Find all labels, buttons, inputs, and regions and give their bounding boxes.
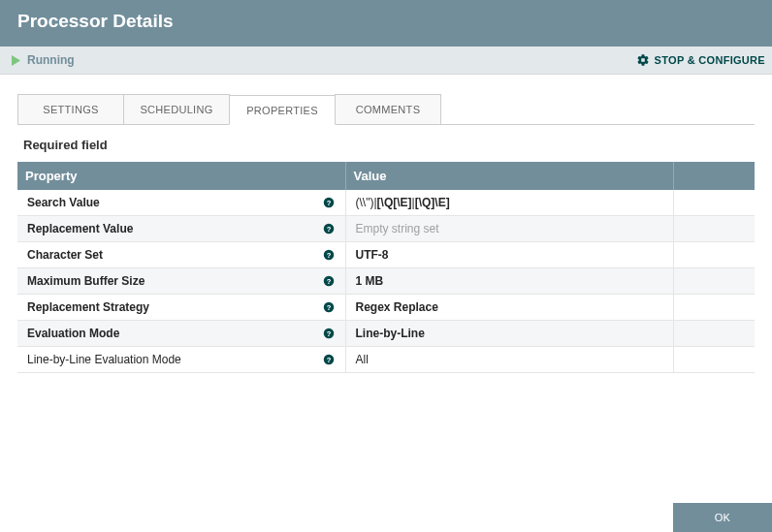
stop-configure-label: STOP & CONFIGURE [655, 54, 765, 66]
ok-label: OK [715, 512, 731, 523]
table-row[interactable]: Replacement Strategy?Regex Replace [17, 295, 755, 321]
property-value[interactable]: (\\")|[\Q[\E]|[\Q]\E] [345, 190, 673, 216]
property-value[interactable]: UTF-8 [345, 242, 673, 268]
property-value[interactable]: Regex Replace [345, 295, 673, 321]
svg-text:?: ? [327, 277, 332, 286]
table-row[interactable]: Search Value?(\\")|[\Q[\E]|[\Q]\E] [17, 190, 755, 216]
help-icon[interactable]: ? [323, 249, 336, 262]
status-text: Running [27, 53, 75, 67]
content-area: SETTINGS SCHEDULING PROPERTIES COMMENTS … [0, 75, 772, 532]
value-segment: (\\")| [356, 196, 377, 209]
help-icon[interactable]: ? [323, 223, 336, 235]
property-name: Character Set [27, 248, 103, 262]
property-value[interactable]: Empty string set [345, 216, 673, 242]
extra-cell [673, 295, 755, 321]
property-value[interactable]: All [345, 347, 673, 373]
status-bar: Running STOP & CONFIGURE [0, 47, 772, 75]
property-value[interactable]: 1 MB [345, 268, 673, 295]
extra-cell [673, 190, 755, 216]
svg-text:?: ? [327, 303, 332, 312]
help-icon[interactable]: ? [323, 197, 336, 209]
dialog-footer: OK [673, 503, 772, 532]
table-row[interactable]: Evaluation Mode?Line-by-Line [17, 321, 755, 347]
tab-comments[interactable]: COMMENTS [335, 94, 441, 124]
help-icon[interactable]: ? [323, 301, 336, 314]
table-header-row: Property Value [17, 162, 755, 190]
table-row[interactable]: Maximum Buffer Size?1 MB [17, 268, 755, 295]
extra-cell [673, 242, 755, 268]
page-title: Processor Details [17, 11, 174, 32]
property-name: Replacement Strategy [27, 300, 149, 314]
column-header-property[interactable]: Property [17, 162, 345, 190]
tabs: SETTINGS SCHEDULING PROPERTIES COMMENTS [17, 94, 755, 125]
gear-stop-icon [636, 53, 650, 67]
extra-cell [673, 216, 755, 242]
tab-settings[interactable]: SETTINGS [17, 94, 124, 124]
table-row[interactable]: Line-by-Line Evaluation Mode?All [17, 347, 755, 373]
help-icon[interactable]: ? [323, 328, 336, 340]
svg-text:?: ? [327, 329, 332, 338]
stop-configure-button[interactable]: STOP & CONFIGURE [636, 53, 765, 67]
properties-table: Property Value Search Value?(\\")|[\Q[\E… [17, 162, 755, 373]
extra-cell [673, 321, 755, 347]
svg-marker-0 [12, 55, 20, 66]
property-name: Evaluation Mode [27, 327, 119, 340]
tab-label: COMMENTS [356, 104, 421, 115]
table-row[interactable]: Character Set?UTF-8 [17, 242, 755, 268]
property-name: Maximum Buffer Size [27, 274, 145, 288]
tab-properties[interactable]: PROPERTIES [229, 95, 336, 125]
tab-label: SCHEDULING [140, 104, 212, 115]
section-title: Required field [23, 138, 755, 152]
tab-scheduling[interactable]: SCHEDULING [123, 94, 230, 124]
property-value[interactable]: Line-by-Line [345, 321, 673, 347]
svg-text:?: ? [327, 356, 332, 364]
column-header-value[interactable]: Value [345, 162, 673, 190]
svg-text:?: ? [327, 225, 332, 234]
status-indicator: Running [11, 53, 75, 67]
extra-cell [673, 268, 755, 295]
help-icon[interactable]: ? [323, 275, 336, 288]
svg-rect-1 [641, 58, 645, 62]
tab-label: SETTINGS [43, 104, 98, 115]
property-name: Replacement Value [27, 222, 133, 235]
dialog-header: Processor Details [0, 0, 772, 47]
property-name: Search Value [27, 196, 100, 209]
svg-text:?: ? [327, 251, 332, 260]
value-segment: [\Q]\E] [415, 196, 450, 209]
tab-label: PROPERTIES [246, 105, 318, 116]
value-segment: [\Q[\E] [377, 196, 412, 209]
extra-cell [673, 347, 755, 373]
ok-button[interactable]: OK [673, 503, 772, 532]
play-icon [11, 55, 21, 66]
svg-text:?: ? [327, 199, 332, 207]
property-name: Line-by-Line Evaluation Mode [27, 353, 181, 366]
help-icon[interactable]: ? [323, 354, 336, 366]
table-row[interactable]: Replacement Value?Empty string set [17, 216, 755, 242]
column-header-extra [673, 162, 755, 190]
